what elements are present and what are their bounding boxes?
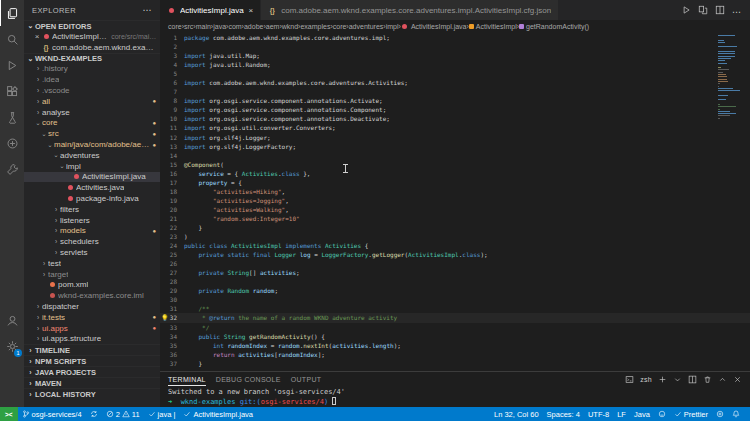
breadcrumb-item[interactable]: adobe <box>244 23 263 30</box>
panel-tab-terminal[interactable]: TERMINAL <box>168 374 206 386</box>
code-line[interactable]: 30 <box>160 295 750 304</box>
tree-item-pom.xml[interactable]: pom.xml <box>24 280 160 291</box>
tree-item-test[interactable]: ›test <box>24 258 160 269</box>
breadcrumb-item[interactable]: ActivitiesImpl.java <box>401 23 467 30</box>
code-line[interactable]: 17 property = { <box>160 178 750 187</box>
play-icon[interactable] <box>681 1 691 19</box>
activity-explorer[interactable] <box>0 0 24 26</box>
activity-search[interactable] <box>0 26 24 52</box>
breadcrumb-item[interactable]: main <box>196 23 211 30</box>
tab-activitiesimpl.java[interactable]: ActivitiesImpl.java× <box>160 0 261 20</box>
tree-item-activitiesimpl.java[interactable]: ActivitiesImpl.java <box>24 172 160 183</box>
section-npm-scripts[interactable]: ›NPM SCRIPTS <box>24 355 160 366</box>
indentation[interactable]: Spaces: 4 <box>543 407 584 421</box>
open-editor-item[interactable]: ×ActivitiesImpl.javacore/src/main/ja... <box>24 31 160 42</box>
code-line[interactable]: 31 /** <box>160 304 750 313</box>
trash-icon[interactable] <box>703 375 712 385</box>
term-icon[interactable] <box>625 375 634 385</box>
tree-item-all[interactable]: ›all● <box>24 96 160 107</box>
code-editor[interactable]: 1package com.adobe.aem.wknd.examples.cor… <box>160 33 750 371</box>
code-line[interactable]: 2 <box>160 42 750 51</box>
feedback-icon[interactable] <box>654 407 670 421</box>
code-line[interactable]: 36 return activities[randomIndex]; <box>160 350 750 359</box>
more-icon[interactable]: ⋯ <box>732 1 742 19</box>
lightbulb-icon[interactable]: 💡 <box>161 313 169 322</box>
problems-status[interactable]: 211 <box>102 407 144 421</box>
code-line[interactable]: 21 "random.seed:Integer=10" <box>160 214 750 223</box>
code-line[interactable]: 34 public String getRandomActivity() { <box>160 332 750 341</box>
code-line[interactable]: 3import java.util.Map; <box>160 51 750 60</box>
close-icon[interactable]: × <box>249 6 254 15</box>
tree-item-filters[interactable]: ›filters <box>24 204 160 215</box>
chevdown-icon[interactable] <box>673 375 682 385</box>
breadcrumb-item[interactable]: impl <box>386 23 399 30</box>
code-line[interactable]: 26 <box>160 259 750 268</box>
language-mode[interactable]: Java <box>630 407 654 421</box>
formatter-status[interactable]: Prettier <box>670 407 712 421</box>
code-line[interactable]: 20 "activities=Walking", <box>160 205 750 214</box>
close-icon[interactable]: × <box>32 32 42 41</box>
close-icon[interactable] <box>733 375 742 385</box>
breadcrumb-item[interactable]: wknd <box>282 23 298 30</box>
tree-item-schedulers[interactable]: ›schedulers <box>24 236 160 247</box>
section-project[interactable]: ⌄WKND-EXAMPLES <box>24 53 160 64</box>
code-line[interactable]: 22 } <box>160 223 750 232</box>
code-line[interactable]: 25 private static final Logger log = Log… <box>160 250 750 259</box>
tree-item-.idea[interactable]: ›.idea <box>24 74 160 85</box>
tree-item-wknd-examples.core.iml[interactable]: wknd-examples.core.iml <box>24 290 160 301</box>
sync-icon[interactable] <box>86 407 102 421</box>
tree-item-dispatcher[interactable]: ›dispatcher <box>24 301 160 312</box>
more-actions-icon[interactable]: ⋯ <box>143 5 152 15</box>
code-line[interactable]: 23) <box>160 232 750 241</box>
split-icon[interactable] <box>688 375 697 385</box>
breadcrumb-item[interactable]: aem <box>266 23 280 30</box>
activity-remote-explorer[interactable] <box>0 130 24 156</box>
tree-item-main-java-com-adobe-aem-[interactable]: ⌄main/java/com/adobe/aem…● <box>24 139 160 150</box>
tree-item-ui.apps.structure[interactable]: ›ui.apps.structure <box>24 334 160 345</box>
eol-sequence[interactable]: LF <box>613 407 630 421</box>
terminal-output[interactable]: Switched to a new branch 'osgi-services/… <box>160 387 750 407</box>
activity-accounts[interactable] <box>0 307 24 333</box>
code-line[interactable]: 28 <box>160 277 750 286</box>
code-line[interactable]: 12import org.slf4j.Logger; <box>160 133 750 142</box>
encoding[interactable]: UTF-8 <box>584 407 613 421</box>
code-line[interactable]: 15@Component( <box>160 160 750 169</box>
code-line[interactable]: 6import com.adobe.aem.wknd.examples.core… <box>160 78 750 87</box>
code-line[interactable]: 33 */ <box>160 323 750 332</box>
tree-item-package-info.java[interactable]: package-info.java <box>24 193 160 204</box>
tree-item-impl[interactable]: ⌄impl <box>24 161 160 172</box>
tree-item-ui.apps[interactable]: ›ui.apps● <box>24 323 160 334</box>
activity-run-and-debug[interactable] <box>0 52 24 78</box>
tree-item-models[interactable]: ›models● <box>24 226 160 237</box>
breadcrumb-item[interactable]: examples <box>300 23 330 30</box>
breadcrumb-item[interactable]: java <box>213 23 226 30</box>
tree-item-listeners[interactable]: ›listeners <box>24 215 160 226</box>
code-line[interactable]: 35 int randomIndex = random.nextInt(acti… <box>160 341 750 350</box>
breadcrumb-item[interactable]: core <box>168 23 182 30</box>
code-line[interactable]: 19 "activities=Jogging", <box>160 196 750 205</box>
code-line[interactable]: 16 service = { Activities.class }, <box>160 169 750 178</box>
activity-testing[interactable] <box>0 104 24 130</box>
tree-item-.vscode[interactable]: ›.vscode <box>24 85 160 96</box>
activity-extensions[interactable] <box>0 78 24 104</box>
tree-item-activities.java[interactable]: Activities.java <box>24 182 160 193</box>
section-open-editors[interactable]: ⌄OPEN EDITORS <box>24 20 160 31</box>
breadcrumb-item[interactable]: getRandomActivity() <box>519 23 589 30</box>
split-icon[interactable] <box>715 1 725 19</box>
activity-external-tools[interactable] <box>0 156 24 182</box>
code-line[interactable]: 18 "activities=Hiking", <box>160 187 750 196</box>
cursor-position[interactable]: Ln 32, Col 60 <box>490 407 543 421</box>
open-editor-item[interactable]: {}com.adobe.aem.wknd.examples... <box>24 42 160 53</box>
code-line[interactable]: 7 <box>160 87 750 96</box>
plus-icon[interactable] <box>658 375 667 385</box>
panel-tab-debug-console[interactable]: DEBUG CONSOLE <box>216 374 281 385</box>
minimap[interactable] <box>718 35 742 120</box>
section-timeline[interactable]: ›TIMELINE <box>24 344 160 355</box>
code-line[interactable]: 13import org.slf4j.LoggerFactory; <box>160 142 750 151</box>
code-line[interactable]: 27 private String[] activities; <box>160 268 750 277</box>
activity-settings[interactable]: 1 <box>0 333 24 359</box>
code-line[interactable]: 32💡 * @return the name of a random WKND … <box>160 313 750 322</box>
section-maven[interactable]: ›MAVEN <box>24 377 160 388</box>
tree-item-src[interactable]: ⌄src● <box>24 128 160 139</box>
diff-icon[interactable] <box>698 1 708 19</box>
